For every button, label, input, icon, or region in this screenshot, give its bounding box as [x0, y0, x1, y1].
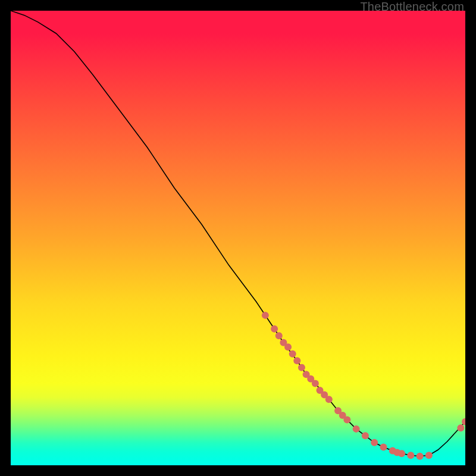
chart-frame: TheBottleneck.com: [0, 0, 476, 476]
data-point: [398, 450, 405, 457]
data-point: [353, 425, 360, 433]
data-point: [457, 424, 464, 431]
data-point: [371, 439, 378, 446]
plot-area: [11, 11, 465, 465]
data-point: [462, 418, 465, 425]
data-point: [293, 357, 300, 364]
data-point: [289, 350, 296, 358]
data-point: [407, 452, 414, 459]
data-point: [425, 452, 433, 459]
overlay-svg: [11, 11, 465, 465]
data-point: [275, 332, 283, 339]
data-point: [271, 325, 278, 333]
data-point: [312, 380, 319, 387]
data-point: [262, 312, 269, 319]
data-point: [380, 443, 387, 450]
data-point: [325, 396, 333, 403]
data-point: [343, 416, 350, 424]
scatter-points: [262, 312, 465, 460]
data-point: [298, 364, 305, 371]
data-point: [362, 432, 369, 439]
data-point: [416, 453, 424, 460]
data-point: [284, 343, 292, 350]
bottleneck-curve: [11, 11, 465, 456]
